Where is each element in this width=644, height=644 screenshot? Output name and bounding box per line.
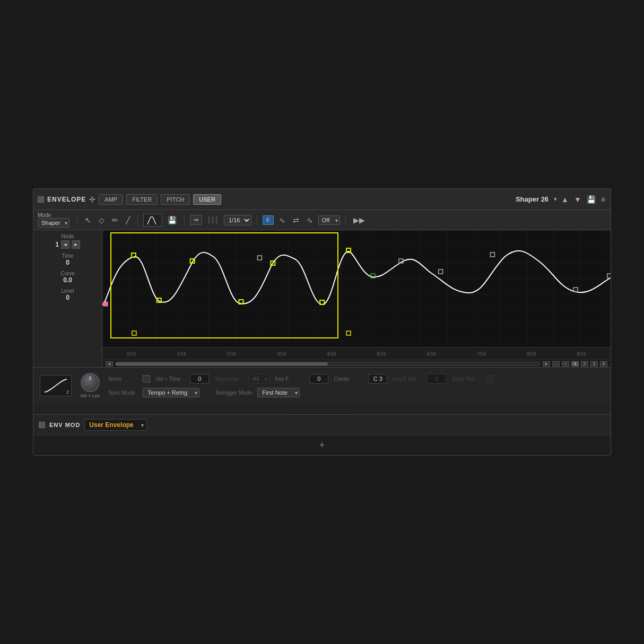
svg-rect-14 [607, 274, 611, 278]
segments-select[interactable]: All [249, 374, 269, 384]
envelope-shape-icon[interactable] [143, 214, 162, 227]
scrollbar-thumb [116, 362, 328, 365]
scale-rel-label: Scale Rel [451, 376, 481, 382]
timeline-marker-6: 6/16 [406, 351, 456, 356]
timeline-marker-9: 9/16 [556, 351, 606, 356]
mode-wrapper: Shaper [38, 218, 69, 228]
separator-5 [345, 215, 346, 225]
curve-display: 2 [40, 375, 72, 396]
page-1-btn[interactable]: 1 [571, 361, 579, 367]
smooth-btn[interactable]: ∿ [304, 215, 315, 225]
shaper-down-btn[interactable]: ▼ [573, 194, 582, 205]
eraser-tool-btn[interactable]: ◇ [97, 215, 107, 225]
bottom-controls: 2 Vel > Lev Norm Vel > Time 0 Segments A… [33, 367, 611, 404]
separator-4 [257, 215, 257, 225]
sync-mode-label: Sync Mode [108, 390, 137, 396]
time-value: 0 [38, 259, 98, 266]
off-select[interactable]: Off [318, 215, 340, 225]
move-icon[interactable]: ✢ [89, 195, 95, 204]
vel-time-value[interactable]: 0 [190, 374, 209, 384]
page-3-btn[interactable]: 3 [590, 361, 598, 367]
scroll-right-btn[interactable]: ► [543, 361, 550, 367]
env-mod-title: ENV MOD [49, 422, 80, 428]
save-btn[interactable]: 💾 [586, 194, 597, 205]
env-select-wrap: User Envelope [84, 419, 147, 431]
env-mod-select[interactable]: User Envelope [84, 419, 147, 431]
loop-btn[interactable]: ⇒ [190, 215, 202, 225]
mode-select[interactable]: Shaper [38, 218, 69, 228]
page-a-btn[interactable]: A [600, 361, 607, 367]
scrollbar-track[interactable] [115, 362, 541, 366]
scroll-plus-btn[interactable]: + [562, 361, 569, 367]
key-f-value[interactable]: 0 [309, 374, 328, 384]
add-row: + [33, 435, 611, 455]
sync-mode-select[interactable]: Tempo + Retrig [143, 388, 199, 397]
norm-checkbox[interactable] [143, 375, 150, 382]
grid-select[interactable]: 1/16 [224, 215, 251, 225]
node-next-btn[interactable]: ► [72, 240, 80, 249]
vel-lev-knob[interactable] [81, 373, 100, 392]
shaper-dropdown-arrow[interactable]: ▾ [554, 196, 557, 203]
scroll-minus-btn[interactable]: – [552, 361, 560, 367]
env-mod-section: ENV MOD User Envelope [33, 414, 611, 435]
toolbar: Mode Shaper ↖ ◇ ✏ ╱ 💾 ⇒ ⦚⦚⦚ 1/16 [33, 210, 611, 230]
retrigger-select[interactable]: First Note [257, 388, 300, 397]
curve-param: Curve 0.0 [38, 271, 98, 284]
header-bar: ENVELOPE ✢ AMP FILTER PITCH USER Shaper … [33, 189, 611, 210]
wave-btn[interactable]: ∿ [277, 215, 288, 225]
timeline: 0/16 1/16 2/16 3/16 4/16 5/16 6/16 7/16 … [102, 347, 611, 360]
svg-rect-15 [132, 331, 136, 335]
select-tool-btn[interactable]: ↖ [83, 215, 93, 225]
separator-2 [137, 215, 138, 225]
tab-user[interactable]: USER [193, 194, 221, 205]
segments-label: Segments [214, 376, 243, 382]
env-mod-icon [39, 422, 45, 428]
time-label: Time [38, 253, 98, 259]
line-tool-btn[interactable]: ╱ [124, 215, 132, 225]
play-btn[interactable]: ▶▶ [351, 215, 367, 225]
tab-pitch[interactable]: PITCH [161, 194, 190, 205]
sync-select-wrap: Tempo + Retrig [143, 388, 199, 397]
svg-rect-9 [257, 256, 262, 260]
time-param: Time 0 [38, 253, 98, 266]
freeze-btn[interactable]: F [263, 215, 274, 225]
timeline-marker-7: 7/16 [456, 351, 506, 356]
curve-num: 2 [66, 389, 69, 395]
norm-row: Norm Vel > Time 0 Segments All Key F 0 C… [108, 374, 493, 384]
center-label: Center [334, 376, 363, 382]
envelope-area[interactable]: 0/16 1/16 2/16 3/16 4/16 5/16 6/16 7/16 … [102, 230, 611, 367]
grid-icon-btn[interactable]: ⦚⦚⦚ [205, 215, 221, 225]
pencil-tool-btn[interactable]: ✏ [110, 215, 120, 225]
svg-rect-16 [346, 331, 351, 335]
off-select-wrap: Off [318, 215, 340, 225]
node-param: Node 1 ◄ ► [38, 233, 98, 249]
shaper-up-btn[interactable]: ▲ [560, 194, 570, 205]
center-value[interactable]: C 3 [368, 374, 387, 384]
collapse-button[interactable] [38, 196, 44, 203]
timeline-marker-2: 2/16 [206, 351, 256, 356]
scrollbar-area: ◄ ► – + 1 2 3 A [102, 360, 611, 367]
page-2-btn[interactable]: 2 [581, 361, 588, 367]
knob-label: Vel > Lev [80, 393, 100, 398]
norm-label: Norm [108, 376, 137, 382]
sync-row: Sync Mode Tempo + Retrig Retrigger Mode … [108, 388, 493, 397]
separator-3 [184, 215, 185, 225]
tab-amp[interactable]: AMP [99, 194, 123, 205]
retrigger-select-wrap: First Note [257, 388, 300, 397]
node-prev-btn[interactable]: ◄ [61, 240, 69, 249]
level-label: Level [38, 288, 98, 294]
knob-container: Vel > Lev [80, 373, 100, 398]
tab-filter[interactable]: FILTER [126, 194, 158, 205]
scroll-left-btn[interactable]: ◄ [106, 361, 113, 367]
level-param: Level 0 [38, 288, 98, 301]
timeline-marker-3: 3/16 [257, 351, 307, 356]
svg-rect-11 [439, 269, 443, 274]
envelope-svg [102, 230, 611, 336]
timeline-marker-4: 4/16 [307, 351, 356, 356]
save-preset-btn[interactable]: 💾 [166, 215, 179, 225]
shuffle-btn[interactable]: ⇄ [291, 215, 301, 225]
menu-btn[interactable]: ≡ [600, 194, 606, 205]
curve-value: 0.0 [38, 276, 98, 284]
level-value: 0 [38, 294, 98, 301]
add-button[interactable]: + [319, 440, 325, 451]
